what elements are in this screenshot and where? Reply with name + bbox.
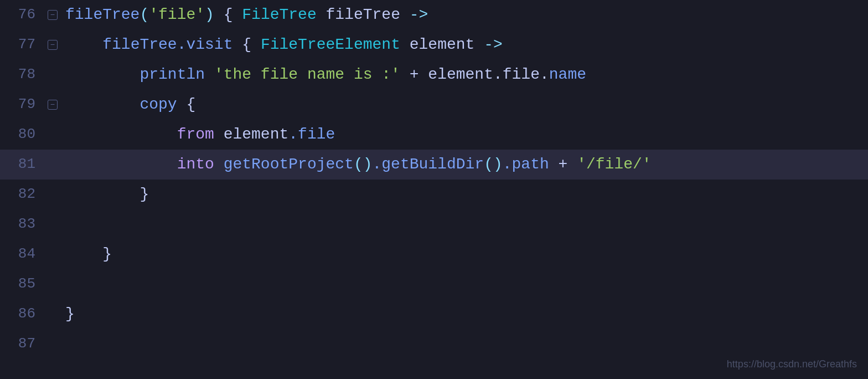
code-line: 76−fileTree('file') { FileTree fileTree … <box>0 0 868 30</box>
token: '/file/' <box>577 152 651 177</box>
token: -> <box>484 33 503 58</box>
token: -> <box>410 3 428 28</box>
token: 'the file name is :' <box>214 63 400 88</box>
fold-gutter[interactable]: − <box>44 40 61 50</box>
token: () <box>484 152 503 177</box>
code-content: println 'the file name is :' + element.f… <box>61 63 586 88</box>
line-number: 77 <box>0 33 44 57</box>
token: .file <box>288 122 335 147</box>
token: element <box>214 122 288 147</box>
line-number: 87 <box>0 332 44 356</box>
fold-icon[interactable]: − <box>48 10 58 20</box>
line-number: 79 <box>0 93 44 116</box>
token: + <box>549 152 577 177</box>
token: fileTree <box>317 3 410 28</box>
token: fileTree <box>102 33 177 58</box>
token: + <box>400 63 428 88</box>
code-line: 85 <box>0 269 868 299</box>
code-content: } <box>61 302 75 327</box>
token: element <box>400 33 484 58</box>
token: into <box>177 152 214 177</box>
fold-gutter[interactable]: − <box>44 100 61 110</box>
token: FileTreeElement <box>261 33 400 58</box>
code-content: fileTree('file') { FileTree fileTree -> <box>61 3 428 28</box>
code-content: from element.file <box>61 122 335 147</box>
token: copy <box>140 93 177 117</box>
line-number: 76 <box>0 3 44 27</box>
token: FileTree <box>242 3 316 28</box>
token: 'file' <box>149 3 205 28</box>
token: element <box>428 63 493 88</box>
line-number: 80 <box>0 123 44 146</box>
token: { <box>177 93 196 117</box>
watermark: https://blog.csdn.net/Greathfs <box>727 356 857 372</box>
token: { <box>214 3 242 28</box>
line-number: 78 <box>0 63 44 86</box>
token: fileTree <box>65 3 140 28</box>
token: name <box>549 63 586 88</box>
token: .visit <box>177 33 233 58</box>
token: getRootProject <box>214 152 354 177</box>
code-editor: 76−fileTree('file') { FileTree fileTree … <box>0 0 868 379</box>
token: { <box>232 33 260 58</box>
fold-gutter[interactable]: − <box>44 10 61 20</box>
token: println <box>140 63 205 88</box>
line-number: 85 <box>0 273 44 296</box>
token: ( <box>140 3 149 28</box>
line-number: 84 <box>0 243 44 266</box>
code-content: copy { <box>61 93 195 117</box>
code-line: 78 println 'the file name is :' + elemen… <box>0 60 868 90</box>
line-number: 86 <box>0 303 44 326</box>
token: .file. <box>493 63 549 88</box>
token: ) <box>205 3 214 28</box>
token: } <box>140 182 149 207</box>
fold-icon[interactable]: − <box>48 100 58 110</box>
code-content: } <box>61 242 112 267</box>
token: .path <box>503 152 549 177</box>
code-content: fileTree.visit { FileTreeElement element… <box>61 33 503 58</box>
code-line: 81 into getRootProject().getBuildDir().p… <box>0 150 868 180</box>
code-line: 86} <box>0 299 868 329</box>
code-line: 87 <box>0 329 868 359</box>
token: } <box>102 242 112 267</box>
code-line: 83 <box>0 209 868 239</box>
code-line: 82 } <box>0 180 868 209</box>
line-number: 82 <box>0 183 44 206</box>
code-line: 80 from element.file <box>0 120 868 150</box>
code-content: } <box>61 182 149 207</box>
token: () <box>354 152 373 177</box>
token: } <box>65 302 75 327</box>
line-number: 81 <box>0 153 44 176</box>
line-number: 83 <box>0 213 44 236</box>
code-content: into getRootProject().getBuildDir().path… <box>61 152 652 177</box>
fold-icon[interactable]: − <box>48 40 58 50</box>
token: .getBuildDir <box>373 152 484 177</box>
code-line: 77− fileTree.visit { FileTreeElement ele… <box>0 30 868 60</box>
code-line: 84 } <box>0 239 868 269</box>
token: from <box>177 122 214 147</box>
code-line: 79− copy { <box>0 90 868 120</box>
token <box>205 63 214 88</box>
